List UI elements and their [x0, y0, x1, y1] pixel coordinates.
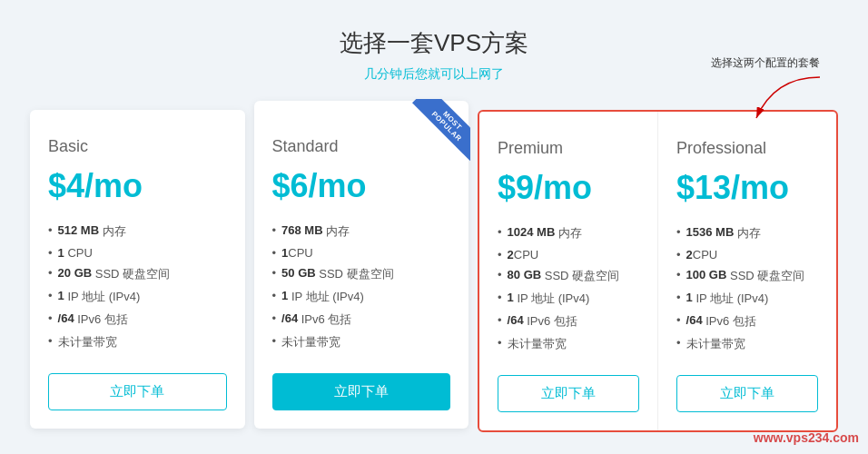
feature-cpu: 2CPU: [498, 248, 639, 262]
feature-bandwidth: 未计量带宽: [272, 334, 451, 350]
feature-ip: 1 IP 地址 (IPv4): [676, 291, 818, 307]
page-subtitle: 几分钟后您就可以上网了: [364, 66, 504, 83]
plan-professional: Professional $13/mo 1536 MB 内存 2CPU 100 …: [657, 112, 836, 430]
plan-professional-order-button[interactable]: 立即下单: [676, 375, 818, 412]
feature-ip: 1 IP 地址 (IPv4): [272, 289, 451, 305]
feature-cpu: 1CPU: [272, 246, 451, 260]
feature-cpu: 1 CPU: [48, 246, 227, 260]
feature-ip: 1 IP 地址 (IPv4): [498, 291, 639, 307]
feature-ssd: 100 GB SSD 硬盘空间: [676, 268, 818, 284]
plan-professional-price: $13/mo: [676, 169, 818, 207]
feature-ssd: 50 GB SSD 硬盘空间: [272, 266, 451, 282]
highlighted-plans: Premium $9/mo 1024 MB 内存 2CPU 80 GB SSD …: [478, 110, 838, 432]
most-popular-badge: MOSTPOPULAR: [402, 99, 470, 167]
feature-ram: 1024 MB 内存: [498, 225, 639, 242]
plan-standard-order-button[interactable]: 立即下单: [272, 373, 451, 410]
plan-basic-price: $4/mo: [48, 167, 227, 205]
page-title: 选择一套VPS方案: [340, 27, 528, 59]
feature-cpu: 2CPU: [676, 248, 818, 262]
plan-basic-order-button[interactable]: 立即下单: [48, 373, 227, 410]
plan-basic: Basic $4/mo 512 MB 内存 1 CPU 20 GB SSD 硬盘…: [30, 110, 245, 429]
plan-standard-price: $6/mo: [272, 167, 451, 205]
feature-ipv6: /64 IPv6 包括: [676, 313, 818, 330]
plan-premium-name: Premium: [498, 139, 639, 158]
plan-premium-order-button[interactable]: 立即下单: [498, 375, 639, 412]
feature-ipv6: /64 IPv6 包括: [498, 313, 639, 330]
feature-bandwidth: 未计量带宽: [676, 336, 818, 352]
ribbon-label: MOSTPOPULAR: [412, 99, 470, 161]
feature-ipv6: /64 IPv6 包括: [48, 311, 227, 328]
plan-basic-features: 512 MB 内存 1 CPU 20 GB SSD 硬盘空间 1 IP 地址 (…: [48, 223, 227, 350]
feature-ssd: 80 GB SSD 硬盘空间: [498, 268, 639, 284]
plan-standard-features: 768 MB 内存 1CPU 50 GB SSD 硬盘空间 1 IP 地址 (I…: [272, 223, 451, 350]
plan-basic-name: Basic: [48, 137, 227, 156]
plan-premium-features: 1024 MB 内存 2CPU 80 GB SSD 硬盘空间 1 IP 地址 (…: [498, 225, 639, 352]
feature-ram: 512 MB 内存: [48, 223, 227, 240]
feature-bandwidth: 未计量带宽: [498, 336, 639, 352]
feature-ip: 1 IP 地址 (IPv4): [48, 289, 227, 305]
plan-premium: Premium $9/mo 1024 MB 内存 2CPU 80 GB SSD …: [479, 112, 657, 430]
feature-bandwidth: 未计量带宽: [48, 334, 227, 350]
plan-premium-price: $9/mo: [498, 169, 639, 207]
feature-ram: 1536 MB 内存: [676, 225, 818, 242]
plans-container: 选择这两个配置的套餐 Basic $4/mo 512 MB 内存 1 CPU 2…: [25, 110, 843, 432]
plan-professional-features: 1536 MB 内存 2CPU 100 GB SSD 硬盘空间 1 IP 地址 …: [676, 225, 818, 352]
plan-professional-name: Professional: [676, 139, 818, 158]
feature-ipv6: /64 IPv6 包括: [272, 311, 451, 328]
watermark: www.vps234.com: [754, 430, 859, 445]
feature-ram: 768 MB 内存: [272, 223, 451, 240]
plan-standard: MOSTPOPULAR Standard $6/mo 768 MB 内存 1CP…: [254, 101, 469, 429]
feature-ssd: 20 GB SSD 硬盘空间: [48, 266, 227, 282]
